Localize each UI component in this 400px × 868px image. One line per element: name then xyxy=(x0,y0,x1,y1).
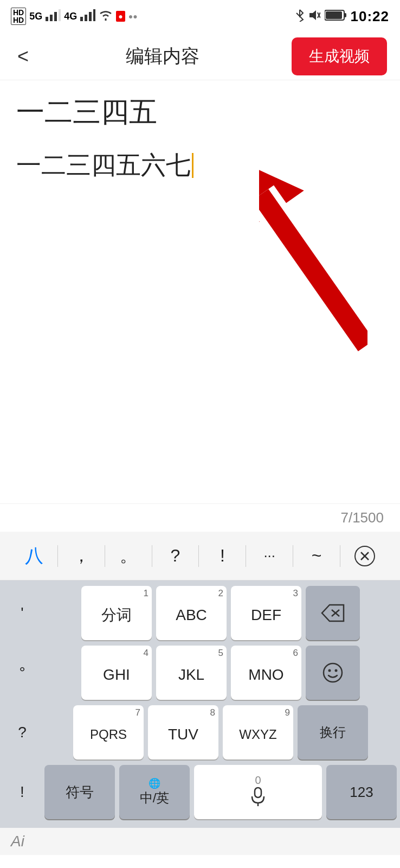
editor-line-1: 一二三四五 xyxy=(16,93,384,131)
punct-exclaim[interactable]: ! xyxy=(3,765,41,819)
symbol-button[interactable]: 符号 xyxy=(44,765,115,819)
key-mno[interactable]: 6 MNO xyxy=(231,646,301,700)
key-row-bottom: 符号 🌐 中/英 0 123 xyxy=(44,765,397,819)
punct-question[interactable]: ? xyxy=(3,705,41,760)
key-ghi[interactable]: 4 GHI xyxy=(81,646,152,700)
editor-line-2: 一二三四五六七 xyxy=(16,149,384,182)
key-label-jkl: JKL xyxy=(178,666,204,684)
key-def[interactable]: 3 DEF xyxy=(231,586,301,640)
ai-label: Ai xyxy=(11,833,24,850)
svg-point-22 xyxy=(328,669,331,672)
svg-rect-0 xyxy=(46,17,48,21)
emoji-button[interactable] xyxy=(306,646,360,700)
backspace-button[interactable] xyxy=(306,586,360,640)
svg-rect-6 xyxy=(89,12,92,21)
svg-marker-8 xyxy=(309,10,316,20)
key-jkl[interactable]: 5 JKL xyxy=(156,646,227,700)
key-num-4: 4 xyxy=(144,648,149,659)
sim-icon: ● xyxy=(116,11,125,22)
enter-label: 换行 xyxy=(320,724,346,741)
keyboard-keys-grid: 1 分词 2 ABC 3 DEF 4 xyxy=(44,586,397,825)
suggestion-ba[interactable]: 八 xyxy=(11,544,57,569)
status-bar: HDHD 5G 4G ● ●● 10:22 xyxy=(0,0,400,33)
key-num-7: 7 xyxy=(136,707,140,718)
hd1-indicator: HDHD xyxy=(11,8,26,25)
svg-rect-24 xyxy=(255,788,261,797)
key-label-mno: MNO xyxy=(248,666,283,684)
key-num-6: 6 xyxy=(293,648,298,659)
punct-degree[interactable]: ° xyxy=(3,646,41,700)
svg-rect-1 xyxy=(50,15,53,21)
char-count: 7/1500 xyxy=(0,503,400,532)
extra-icon: ●● xyxy=(128,12,138,21)
key-num-9: 9 xyxy=(285,707,290,718)
generate-video-button[interactable]: 生成视频 xyxy=(292,37,387,75)
keyboard[interactable]: ' ° ? ! 1 分词 2 ABC 3 DEF xyxy=(0,580,400,828)
symbol-label: 符号 xyxy=(66,783,94,802)
back-button[interactable]: < xyxy=(13,41,33,72)
svg-point-23 xyxy=(335,669,338,672)
key-abc[interactable]: 2 ABC xyxy=(156,586,227,640)
signal-bars xyxy=(46,9,61,24)
key-row-2: 4 GHI 5 JKL 6 MNO xyxy=(44,646,397,700)
zh-en-button[interactable]: 🌐 中/英 xyxy=(119,765,190,819)
editor-area[interactable]: 一二三四五 一二三四五六七 xyxy=(0,80,400,503)
zh-en-label: 中/英 xyxy=(140,789,170,807)
svg-rect-7 xyxy=(93,9,95,21)
svg-rect-12 xyxy=(344,13,346,17)
status-time: 10:22 xyxy=(351,8,390,25)
key-num-5: 5 xyxy=(218,648,223,659)
svg-rect-13 xyxy=(326,11,342,19)
status-bar-left: HDHD 5G 4G ● ●● xyxy=(11,8,138,25)
key-num-2: 2 xyxy=(218,588,223,599)
key-label-tuv: TUV xyxy=(168,726,198,743)
key-tuv[interactable]: 8 TUV xyxy=(148,705,218,760)
suggestion-exclaim[interactable]: ! xyxy=(199,546,246,566)
key-label-pqrs: PQRS xyxy=(90,727,127,742)
bluetooth-icon xyxy=(295,9,304,24)
key-pqrs[interactable]: 7 PQRS xyxy=(73,705,144,760)
suggestion-ellipsis[interactable]: ··· xyxy=(246,547,293,564)
key-label-fenci: 分词 xyxy=(101,605,132,626)
keyboard-main: ' ° ? ! 1 分词 2 ABC 3 DEF xyxy=(3,586,397,825)
signal-4g: 4G xyxy=(64,11,77,22)
punct-apostrophe[interactable]: ' xyxy=(3,586,41,640)
mute-icon xyxy=(308,9,320,24)
suggestion-question[interactable]: ? xyxy=(152,546,199,566)
suggestion-delete-button[interactable] xyxy=(340,545,389,567)
suggestion-tilde[interactable]: ~ xyxy=(293,546,340,566)
key-fenci[interactable]: 1 分词 xyxy=(81,586,152,640)
page-title: 编辑内容 xyxy=(126,44,199,69)
key-label-wxyz: WXYZ xyxy=(239,727,276,742)
key-wxyz[interactable]: 9 WXYZ xyxy=(223,705,293,760)
wifi-icon xyxy=(99,10,113,23)
ai-bar: Ai xyxy=(0,828,400,855)
svg-rect-4 xyxy=(80,17,83,21)
nav-bar: < 编辑内容 生成视频 xyxy=(0,33,400,80)
svg-point-21 xyxy=(324,663,342,682)
svg-rect-5 xyxy=(85,15,87,21)
space-num: 0 xyxy=(255,774,261,787)
suggestion-comma[interactable]: ， xyxy=(58,544,105,568)
battery-icon xyxy=(325,9,346,24)
key-label-abc: ABC xyxy=(176,607,207,624)
svg-rect-3 xyxy=(59,9,61,21)
num-123-button[interactable]: 123 xyxy=(326,765,397,819)
suggestion-period[interactable]: 。 xyxy=(105,544,152,568)
key-num-1: 1 xyxy=(144,588,149,599)
enter-button[interactable]: 换行 xyxy=(298,705,368,760)
status-bar-right: 10:22 xyxy=(295,8,390,25)
text-cursor xyxy=(192,153,193,178)
space-button[interactable]: 0 xyxy=(194,765,322,819)
key-label-def: DEF xyxy=(251,607,281,624)
key-row-3: 7 PQRS 8 TUV 9 WXYZ 换行 xyxy=(44,705,397,760)
key-num-8: 8 xyxy=(210,707,215,718)
num-123-label: 123 xyxy=(350,784,373,801)
suggestion-bar[interactable]: 八 ， 。 ? ! ··· ~ xyxy=(0,532,400,580)
svg-rect-2 xyxy=(54,12,57,21)
svg-rect-14 xyxy=(259,189,367,351)
key-num-3: 3 xyxy=(293,588,298,599)
signal-bars2 xyxy=(80,9,95,24)
key-label-ghi: GHI xyxy=(103,666,130,684)
signal-5g: 5G xyxy=(29,11,42,22)
